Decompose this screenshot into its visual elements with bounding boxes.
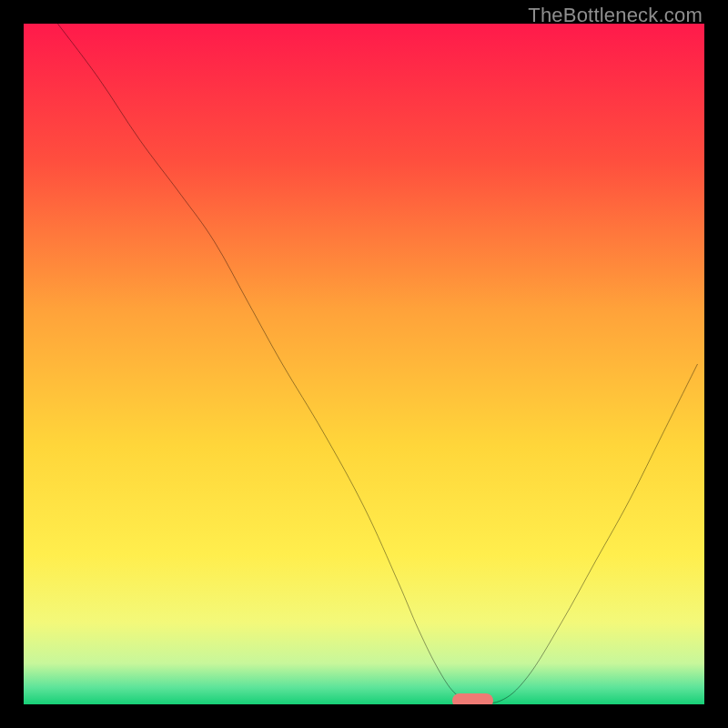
chart-frame: TheBottleneck.com bbox=[0, 0, 728, 728]
bottleneck-curve bbox=[57, 24, 697, 703]
optimal-marker bbox=[452, 693, 493, 704]
plot-area bbox=[24, 24, 704, 704]
curve-layer bbox=[24, 24, 704, 704]
